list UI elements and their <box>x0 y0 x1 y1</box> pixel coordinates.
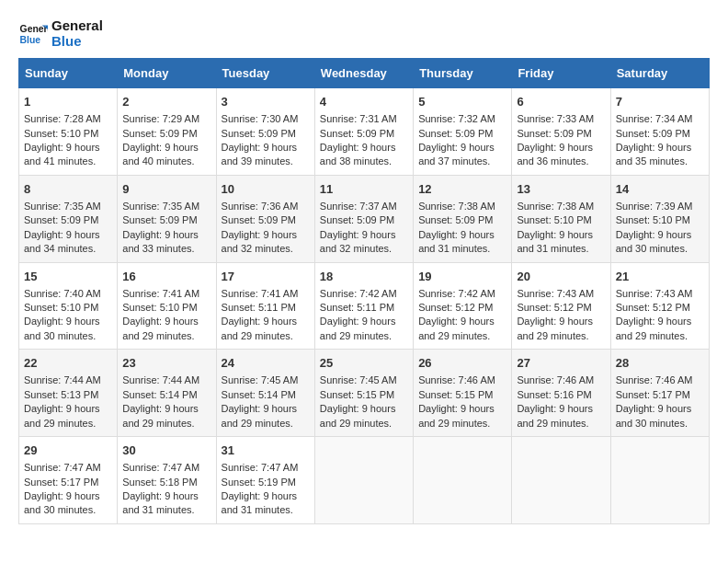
day-number: 3 <box>222 94 310 110</box>
day-cell: 16 Sunrise: 7:41 AM Sunset: 5:10 PM Dayl… <box>118 262 216 350</box>
daylight-hours: Daylight: 9 hours and 29 minutes. <box>517 316 593 340</box>
sunrise-time: Sunrise: 7:37 AM <box>320 201 397 212</box>
sunset-time: Sunset: 5:09 PM <box>616 128 690 139</box>
logo-general: General <box>51 18 103 34</box>
day-number: 13 <box>517 181 605 198</box>
day-cell: 3 Sunrise: 7:30 AM Sunset: 5:09 PM Dayli… <box>216 88 314 176</box>
daylight-hours: Daylight: 9 hours and 29 minutes. <box>418 403 495 428</box>
sunrise-time: Sunrise: 7:42 AM <box>320 288 397 299</box>
sunset-time: Sunset: 5:12 PM <box>616 302 690 313</box>
daylight-hours: Daylight: 9 hours and 31 minutes. <box>122 490 199 515</box>
sunrise-time: Sunrise: 7:36 AM <box>222 201 299 212</box>
sunset-time: Sunset: 5:10 PM <box>24 302 98 313</box>
day-header-monday: Monday <box>118 59 216 88</box>
day-cell: 7 Sunrise: 7:34 AM Sunset: 5:09 PM Dayli… <box>610 88 709 176</box>
sunset-time: Sunset: 5:14 PM <box>122 389 197 400</box>
sunrise-time: Sunrise: 7:46 AM <box>418 374 495 385</box>
daylight-hours: Daylight: 9 hours and 29 minutes. <box>418 316 495 340</box>
day-number: 30 <box>122 442 210 459</box>
day-number: 18 <box>320 269 408 285</box>
calendar-header-row: SundayMondayTuesdayWednesdayThursdayFrid… <box>19 59 710 88</box>
sunrise-time: Sunrise: 7:44 AM <box>24 374 101 385</box>
sunrise-time: Sunrise: 7:31 AM <box>320 113 397 124</box>
day-header-wednesday: Wednesday <box>314 59 413 88</box>
logo-blue: Blue <box>51 34 103 50</box>
day-number: 1 <box>24 94 112 110</box>
sunset-time: Sunset: 5:09 PM <box>222 214 296 225</box>
sunrise-time: Sunrise: 7:45 AM <box>320 374 397 385</box>
daylight-hours: Daylight: 9 hours and 35 minutes. <box>616 142 692 167</box>
sunrise-time: Sunrise: 7:34 AM <box>616 113 693 124</box>
day-cell: 21 Sunrise: 7:43 AM Sunset: 5:12 PM Dayl… <box>610 262 709 350</box>
sunset-time: Sunset: 5:09 PM <box>418 214 493 225</box>
day-cell: 8 Sunrise: 7:35 AM Sunset: 5:09 PM Dayli… <box>19 175 118 262</box>
daylight-hours: Daylight: 9 hours and 34 minutes. <box>24 229 100 254</box>
day-header-tuesday: Tuesday <box>216 59 314 88</box>
day-number: 22 <box>24 355 112 372</box>
sunset-time: Sunset: 5:10 PM <box>616 214 690 225</box>
day-cell: 25 Sunrise: 7:45 AM Sunset: 5:15 PM Dayl… <box>314 350 413 437</box>
day-cell: 9 Sunrise: 7:35 AM Sunset: 5:09 PM Dayli… <box>118 175 216 262</box>
sunrise-time: Sunrise: 7:28 AM <box>24 113 101 124</box>
sunset-time: Sunset: 5:17 PM <box>616 389 690 400</box>
day-cell: 11 Sunrise: 7:37 AM Sunset: 5:09 PM Dayl… <box>314 175 413 262</box>
daylight-hours: Daylight: 9 hours and 29 minutes. <box>517 403 593 428</box>
daylight-hours: Daylight: 9 hours and 29 minutes. <box>122 403 199 428</box>
daylight-hours: Daylight: 9 hours and 29 minutes. <box>122 316 199 340</box>
day-cell: 6 Sunrise: 7:33 AM Sunset: 5:09 PM Dayli… <box>512 88 610 176</box>
daylight-hours: Daylight: 9 hours and 29 minutes. <box>24 403 100 428</box>
sunrise-time: Sunrise: 7:30 AM <box>222 113 299 124</box>
week-row-5: 29 Sunrise: 7:47 AM Sunset: 5:17 PM Dayl… <box>19 437 710 524</box>
day-cell: 28 Sunrise: 7:46 AM Sunset: 5:17 PM Dayl… <box>610 350 709 437</box>
svg-text:Blue: Blue <box>20 34 41 44</box>
day-cell: 10 Sunrise: 7:36 AM Sunset: 5:09 PM Dayl… <box>216 175 314 262</box>
day-cell: 13 Sunrise: 7:38 AM Sunset: 5:10 PM Dayl… <box>512 175 610 262</box>
day-cell: 26 Sunrise: 7:46 AM Sunset: 5:15 PM Dayl… <box>414 350 512 437</box>
day-cell: 31 Sunrise: 7:47 AM Sunset: 5:19 PM Dayl… <box>216 437 314 524</box>
day-header-sunday: Sunday <box>19 59 118 88</box>
sunset-time: Sunset: 5:09 PM <box>517 128 591 139</box>
daylight-hours: Daylight: 9 hours and 31 minutes. <box>418 229 495 254</box>
daylight-hours: Daylight: 9 hours and 30 minutes. <box>616 403 692 428</box>
daylight-hours: Daylight: 9 hours and 32 minutes. <box>320 229 396 254</box>
day-number: 20 <box>517 269 605 285</box>
day-number: 4 <box>320 94 408 110</box>
day-cell: 12 Sunrise: 7:38 AM Sunset: 5:09 PM Dayl… <box>414 175 512 262</box>
daylight-hours: Daylight: 9 hours and 39 minutes. <box>222 142 298 167</box>
day-number: 15 <box>24 269 112 285</box>
week-row-1: 1 Sunrise: 7:28 AM Sunset: 5:10 PM Dayli… <box>19 88 710 176</box>
daylight-hours: Daylight: 9 hours and 29 minutes. <box>320 316 396 340</box>
day-cell: 2 Sunrise: 7:29 AM Sunset: 5:09 PM Dayli… <box>118 88 216 176</box>
day-number: 23 <box>122 355 210 372</box>
day-number: 27 <box>517 355 605 372</box>
daylight-hours: Daylight: 9 hours and 29 minutes. <box>222 316 298 340</box>
daylight-hours: Daylight: 9 hours and 37 minutes. <box>418 142 495 167</box>
sunset-time: Sunset: 5:09 PM <box>320 128 394 139</box>
day-number: 5 <box>418 94 506 110</box>
day-cell: 5 Sunrise: 7:32 AM Sunset: 5:09 PM Dayli… <box>414 88 512 176</box>
sunset-time: Sunset: 5:09 PM <box>418 128 493 139</box>
day-header-thursday: Thursday <box>414 59 512 88</box>
day-cell: 30 Sunrise: 7:47 AM Sunset: 5:18 PM Dayl… <box>118 437 216 524</box>
sunrise-time: Sunrise: 7:45 AM <box>222 374 299 385</box>
day-number: 16 <box>122 269 210 285</box>
week-row-2: 8 Sunrise: 7:35 AM Sunset: 5:09 PM Dayli… <box>19 175 710 262</box>
logo: General Blue General Blue <box>18 18 103 49</box>
day-cell <box>610 437 709 524</box>
day-number: 31 <box>222 442 310 459</box>
day-cell <box>414 437 512 524</box>
sunrise-time: Sunrise: 7:47 AM <box>222 462 299 473</box>
daylight-hours: Daylight: 9 hours and 41 minutes. <box>24 142 100 167</box>
sunset-time: Sunset: 5:14 PM <box>222 389 296 400</box>
sunrise-time: Sunrise: 7:38 AM <box>517 201 594 212</box>
day-number: 9 <box>122 181 210 198</box>
sunset-time: Sunset: 5:15 PM <box>320 389 394 400</box>
week-row-3: 15 Sunrise: 7:40 AM Sunset: 5:10 PM Dayl… <box>19 262 710 350</box>
sunrise-time: Sunrise: 7:43 AM <box>616 288 693 299</box>
sunset-time: Sunset: 5:18 PM <box>122 477 197 488</box>
sunrise-time: Sunrise: 7:47 AM <box>24 462 101 473</box>
day-number: 28 <box>616 355 704 372</box>
sunrise-time: Sunrise: 7:44 AM <box>122 374 199 385</box>
day-cell: 4 Sunrise: 7:31 AM Sunset: 5:09 PM Dayli… <box>314 88 413 176</box>
day-number: 7 <box>616 94 704 110</box>
